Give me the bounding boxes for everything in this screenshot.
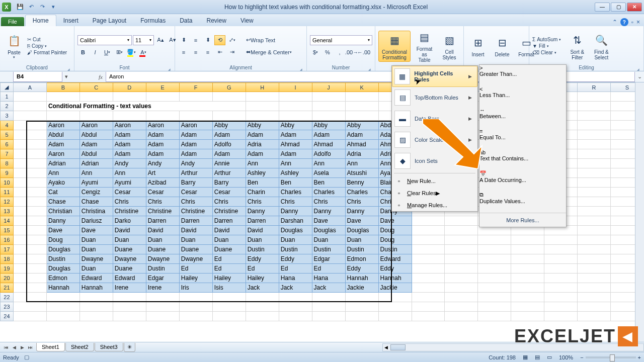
cell[interactable]: Cesar bbox=[212, 188, 246, 197]
tab-data[interactable]: Data bbox=[173, 15, 199, 26]
cell[interactable] bbox=[378, 302, 412, 312]
number-format-combo[interactable]: General▾ bbox=[310, 35, 372, 45]
orientation-icon[interactable]: ⟲ bbox=[214, 35, 225, 45]
cell[interactable] bbox=[113, 293, 146, 302]
cell[interactable]: Douglas bbox=[46, 245, 79, 254]
qat-dropdown-icon[interactable]: ▾ bbox=[48, 2, 58, 12]
cell[interactable] bbox=[544, 293, 578, 302]
cell[interactable] bbox=[279, 92, 312, 102]
cell[interactable]: Isis bbox=[212, 283, 246, 293]
cell[interactable] bbox=[279, 102, 312, 111]
cell[interactable]: Dwayne bbox=[179, 254, 212, 264]
cell[interactable]: Edward bbox=[113, 274, 146, 283]
cell[interactable] bbox=[79, 302, 113, 312]
cell[interactable]: Darren bbox=[246, 216, 279, 226]
cell[interactable] bbox=[412, 293, 445, 302]
cell[interactable] bbox=[13, 207, 46, 216]
cell[interactable]: Dave bbox=[345, 216, 378, 226]
cell[interactable] bbox=[46, 293, 79, 302]
cell[interactable]: Ashley bbox=[246, 168, 279, 178]
cell[interactable] bbox=[13, 188, 46, 197]
cell[interactable]: Christine bbox=[212, 207, 246, 216]
cell[interactable] bbox=[146, 293, 179, 302]
cell[interactable]: Christina bbox=[79, 207, 113, 216]
cell[interactable]: Adam bbox=[279, 149, 312, 159]
cell[interactable] bbox=[412, 312, 445, 321]
cell[interactable] bbox=[412, 254, 445, 264]
cell[interactable]: Dustin bbox=[312, 245, 345, 254]
cell[interactable]: Darren bbox=[146, 216, 179, 226]
cell[interactable] bbox=[578, 130, 611, 140]
sort-filter-button[interactable]: ⇅Sort & Filter bbox=[566, 31, 588, 61]
cell[interactable]: Adam bbox=[113, 140, 146, 149]
font-name-combo[interactable]: Calibri▾ bbox=[77, 35, 132, 45]
cell[interactable]: Duane bbox=[179, 245, 212, 254]
cell[interactable]: Arthur bbox=[212, 168, 246, 178]
cell[interactable] bbox=[578, 293, 611, 302]
autosum-button[interactable]: ΣAutoSum▾ bbox=[532, 37, 561, 42]
cell[interactable] bbox=[544, 254, 578, 264]
cell[interactable]: Adrian bbox=[79, 159, 113, 168]
minimize-button[interactable]: — bbox=[595, 3, 610, 12]
cell[interactable]: Christine bbox=[146, 207, 179, 216]
cell[interactable]: Annie bbox=[212, 159, 246, 168]
cell[interactable]: Abby bbox=[345, 121, 378, 130]
cell[interactable]: Christian bbox=[46, 207, 79, 216]
col-header[interactable]: F bbox=[179, 83, 212, 92]
cell[interactable]: Edmon bbox=[46, 274, 79, 283]
name-box-dropdown-icon[interactable]: ▾ bbox=[62, 73, 70, 80]
cell[interactable]: Edward bbox=[79, 274, 113, 283]
row-header[interactable]: 6 bbox=[1, 140, 14, 149]
cell[interactable] bbox=[511, 235, 544, 245]
cell[interactable]: Douglas bbox=[46, 264, 79, 274]
cell[interactable]: Dave bbox=[79, 226, 113, 235]
cell[interactable]: Duan bbox=[79, 245, 113, 254]
cell[interactable] bbox=[212, 312, 246, 321]
cell[interactable] bbox=[345, 312, 378, 321]
expand-formula-bar-icon[interactable]: ⌄ bbox=[635, 73, 644, 80]
clear-button[interactable]: ⌫Clear▾ bbox=[532, 50, 561, 55]
row-header[interactable]: 2 bbox=[1, 102, 14, 111]
fx-icon[interactable]: fx bbox=[96, 74, 106, 80]
cell[interactable]: Darko bbox=[113, 216, 146, 226]
cell[interactable]: Chris bbox=[312, 197, 345, 207]
cell[interactable] bbox=[478, 293, 511, 302]
cell[interactable] bbox=[478, 274, 511, 283]
cell[interactable] bbox=[412, 302, 445, 312]
cell[interactable] bbox=[212, 302, 246, 312]
cell[interactable] bbox=[13, 140, 46, 149]
cell[interactable]: Aaron bbox=[46, 121, 79, 130]
row-header[interactable]: 12 bbox=[1, 197, 14, 207]
cell[interactable] bbox=[578, 274, 611, 283]
cell[interactable]: David bbox=[212, 226, 246, 235]
cell[interactable]: Adam bbox=[146, 140, 179, 149]
cell[interactable] bbox=[179, 92, 212, 102]
cell[interactable]: Hailey bbox=[179, 274, 212, 283]
cell[interactable]: Duan bbox=[113, 235, 146, 245]
cell[interactable]: Adria bbox=[246, 140, 279, 149]
cell[interactable]: Cesar bbox=[113, 188, 146, 197]
sheet-tab-2[interactable]: Sheet2 bbox=[65, 343, 94, 351]
cell[interactable]: Adam bbox=[212, 130, 246, 140]
cell[interactable]: Azibad bbox=[146, 178, 179, 188]
cell[interactable] bbox=[279, 302, 312, 312]
cell[interactable] bbox=[412, 264, 445, 274]
cell[interactable] bbox=[478, 302, 511, 312]
cell[interactable] bbox=[445, 283, 478, 293]
hcr-menu-item[interactable]: abText that Contains... bbox=[479, 149, 566, 170]
cell[interactable] bbox=[578, 207, 611, 216]
cell[interactable] bbox=[578, 245, 611, 254]
cell[interactable] bbox=[445, 312, 478, 321]
vertical-scrollbar[interactable] bbox=[635, 82, 644, 342]
cell[interactable]: Adam bbox=[312, 130, 345, 140]
cell[interactable] bbox=[246, 92, 279, 102]
cell[interactable]: Ann bbox=[345, 159, 378, 168]
col-header[interactable]: K bbox=[345, 83, 378, 92]
cell[interactable] bbox=[279, 293, 312, 302]
cell[interactable]: Jack bbox=[246, 283, 279, 293]
cut-button[interactable]: ✂Cut bbox=[27, 37, 67, 42]
col-header[interactable]: A bbox=[13, 83, 46, 92]
cell[interactable]: Ann bbox=[279, 159, 312, 168]
cell[interactable]: Duan bbox=[246, 235, 279, 245]
cell[interactable]: David bbox=[146, 226, 179, 235]
